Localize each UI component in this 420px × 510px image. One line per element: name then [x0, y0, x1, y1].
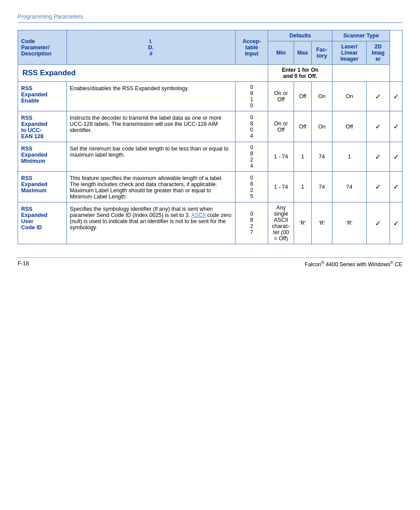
row-id-1: 0 8 0 4	[236, 111, 268, 142]
row-max-4: 'R'	[311, 202, 332, 244]
footer-right: Falcon® 4400 Series with Windows® CE	[305, 261, 402, 268]
row-desc-4-ascii-link[interactable]: ASCII	[191, 212, 206, 218]
breadcrumb: Programming Parameters	[18, 13, 402, 20]
row-id-4: 0 8 2 7	[236, 202, 268, 244]
row-factory-2: 1	[332, 142, 366, 172]
row-max-3: 74	[311, 172, 332, 202]
row-factory-1: Off	[332, 111, 366, 142]
row-min-4: 'R'	[294, 202, 311, 244]
col-header-2d: 2D Imag er	[366, 41, 390, 65]
row-min-1: Off	[294, 111, 311, 142]
row-2d-2: ✓	[390, 142, 402, 172]
row-input-4: Any single ASCII charac- ter (00 = Off)	[268, 202, 294, 244]
row-desc-0: Enables/disables the RSS Expanded symbol…	[66, 82, 236, 111]
row-laser-1: ✓	[366, 111, 390, 142]
col-header-defaults: Defaults	[268, 30, 332, 41]
row-desc-4: Specifies the symbology identifier (if a…	[66, 202, 236, 244]
col-header-code-param: Code Parameter/ Description	[18, 30, 67, 65]
row-label-2: RSS Expanded Minimum	[18, 142, 67, 172]
section-title: RSS Expanded	[18, 65, 268, 82]
row-2d-3: ✓	[390, 172, 402, 202]
row-laser-4: ✓	[366, 202, 390, 244]
row-desc-3: This feature specifies the maximum allow…	[66, 172, 236, 202]
row-factory-0: On	[332, 82, 366, 111]
row-min-3: 1	[294, 172, 311, 202]
row-input-1: On or Off	[268, 111, 294, 142]
row-input-2: 1 - 74	[268, 142, 294, 172]
row-2d-1: ✓	[390, 111, 402, 142]
main-table: Code Parameter/ Description I. D. # Acce…	[18, 30, 402, 244]
row-id-2: 0 8 2 4	[236, 142, 268, 172]
footer-left: F-18	[18, 261, 29, 268]
row-input-0: On or Off	[268, 82, 294, 111]
row-label-4: RSS Expanded User Code ID	[18, 202, 67, 244]
row-factory-4: 'R'	[332, 202, 366, 244]
row-label-3: RSS Expanded Maximum	[18, 172, 67, 202]
row-max-1: On	[311, 111, 332, 142]
col-header-min: Min	[268, 41, 294, 65]
table-row: RSS Expanded User Code ID Specifies the …	[18, 202, 402, 244]
header-rule	[18, 22, 402, 23]
row-min-2: 1	[294, 142, 311, 172]
row-max-2: 74	[311, 142, 332, 172]
col-header-factory: Fac- tory	[311, 41, 332, 65]
row-laser-0: ✓	[366, 82, 390, 111]
row-2d-0: ✓	[390, 82, 402, 111]
row-laser-2: ✓	[366, 142, 390, 172]
row-min-0: Off	[294, 82, 311, 111]
section-note: Enter 1 for On and 0 for Off.	[268, 65, 332, 82]
table-row: RSS Expanded Minimum Set the minimum bar…	[18, 142, 402, 172]
table-row: RSS Expanded Enable Enables/disables the…	[18, 82, 402, 111]
row-input-3: 1 - 74	[268, 172, 294, 202]
row-id-3: 0 8 2 5	[236, 172, 268, 202]
row-factory-3: 74	[332, 172, 366, 202]
row-label-0: RSS Expanded Enable	[18, 82, 67, 111]
row-id-0: 0 8 1 0	[236, 82, 268, 111]
section-note-empty	[332, 65, 390, 82]
col-header-acceptable-input: Accep- table Input	[236, 30, 268, 65]
page-footer: F-18 Falcon® 4400 Series with Windows® C…	[18, 257, 402, 268]
table-row: RSS Expanded Maximum This feature specif…	[18, 172, 402, 202]
col-header-laser: Laser/ Linear Imager	[332, 41, 366, 65]
row-max-0: On	[311, 82, 332, 111]
col-header-max: Max	[294, 41, 311, 65]
row-desc-2: Set the minimum bar code label length to…	[66, 142, 236, 172]
row-desc-1: Instructs the decoder to transmit the la…	[66, 111, 236, 142]
col-header-id: I. D. #	[66, 30, 236, 65]
row-label-1: RSS Expanded to UCC- EAN 128	[18, 111, 67, 142]
table-row: RSS Expanded to UCC- EAN 128 Instructs t…	[18, 111, 402, 142]
row-laser-3: ✓	[366, 172, 390, 202]
col-header-scanner-type: Scanner Type	[332, 30, 390, 41]
row-2d-4: ✓	[390, 202, 402, 244]
